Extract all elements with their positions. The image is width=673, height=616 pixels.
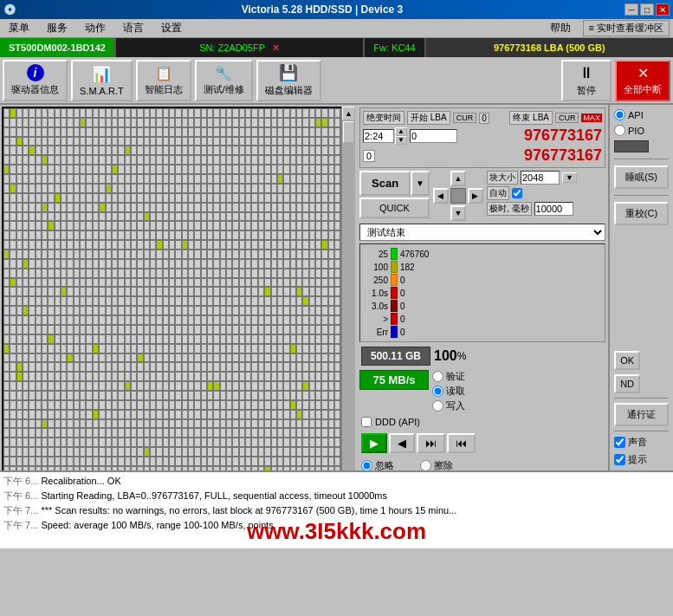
time-down[interactable]: ▼ bbox=[395, 136, 407, 145]
api-radio-label[interactable]: API bbox=[614, 109, 669, 120]
verify-radio-label[interactable]: 验证 bbox=[432, 370, 465, 383]
driver-info-button[interactable]: i 驱动器信息 bbox=[3, 60, 68, 101]
stat-row-err: Err 0 bbox=[364, 326, 601, 338]
verify-label: 验证 bbox=[446, 370, 465, 383]
auto-checkbox[interactable] bbox=[512, 188, 522, 198]
stop-all-button[interactable]: ✕ 全部中断 bbox=[615, 60, 670, 101]
stat-row-250: 250 0 bbox=[364, 274, 601, 286]
log-text-4: Speed: average 100 MB/s, range 100-100 M… bbox=[41, 520, 273, 530]
skip-start-button[interactable]: ⏮ bbox=[447, 433, 476, 453]
ok-button[interactable]: OK bbox=[614, 351, 640, 370]
pause-icon: ⏸ bbox=[579, 64, 594, 82]
diamond-down-button[interactable]: ▼ bbox=[450, 205, 466, 221]
recal-button[interactable]: 重校(C) bbox=[614, 202, 669, 225]
device-model[interactable]: ST500DM002-1BD142 bbox=[0, 38, 116, 57]
api-label: API bbox=[628, 110, 644, 120]
play-button[interactable]: ▶ bbox=[361, 433, 387, 453]
lba-section: 绝变时间 开始 LBA CUR 0 终束 LBA CUR MAX ▲ bbox=[359, 107, 605, 168]
sn-value: Z2AD05FP bbox=[218, 42, 265, 53]
ddd-checkbox[interactable] bbox=[361, 417, 372, 427]
pass-button[interactable]: 通行证 bbox=[614, 403, 669, 426]
api-radio[interactable] bbox=[614, 109, 625, 120]
scroll-thumb[interactable] bbox=[343, 121, 354, 143]
size-display: 500.11 GB bbox=[361, 347, 430, 366]
end-lba-display: 976773167 bbox=[460, 126, 602, 145]
block-size-row: 块大小 ▼ bbox=[487, 171, 605, 185]
scroll-up-arrow[interactable]: ▲ bbox=[342, 107, 355, 120]
lba-header-row: 绝变时间 开始 LBA CUR 0 终束 LBA CUR MAX bbox=[363, 111, 602, 125]
rewind-button[interactable]: ◀ bbox=[389, 433, 415, 453]
start-lba-header: 开始 LBA bbox=[407, 111, 450, 125]
app-title: Victoria 5.28 HDD/SSD | Device 3 bbox=[242, 3, 404, 16]
realtime-buffer-button[interactable]: ≡ 实时查看缓冲区 bbox=[583, 20, 670, 36]
sleep-button[interactable]: 睡眠(S) bbox=[614, 165, 669, 189]
nd-button[interactable]: ND bbox=[614, 374, 640, 393]
minimize-button[interactable]: ─ bbox=[624, 3, 638, 16]
smart-button[interactable]: 📊 S.M.A.R.T bbox=[71, 60, 133, 101]
ddd-label: DDD (API) bbox=[375, 417, 420, 427]
menu-settings[interactable]: 设置 bbox=[156, 19, 187, 37]
pio-radio-label[interactable]: PIO bbox=[614, 125, 669, 136]
log-line-4: 下午 7... Speed: average 100 MB/s, range 1… bbox=[3, 518, 670, 533]
diamond-left-button[interactable]: ◀ bbox=[433, 188, 449, 204]
fw-label: Fw: bbox=[373, 42, 389, 53]
short-input[interactable] bbox=[534, 202, 573, 216]
block-size-input[interactable] bbox=[521, 171, 560, 185]
cur-value-header: 0 bbox=[479, 113, 489, 124]
write-radio-label[interactable]: 写入 bbox=[432, 399, 465, 412]
scan-dropdown-arrow[interactable]: ▼ bbox=[411, 171, 430, 196]
sound-label[interactable]: 声音 bbox=[614, 436, 669, 449]
hint-text: 提示 bbox=[628, 453, 647, 466]
time-input[interactable] bbox=[363, 129, 394, 143]
diamond-right-button[interactable]: ▶ bbox=[468, 188, 483, 204]
pause-label: 暂停 bbox=[577, 84, 596, 97]
block-size-label: 块大小 bbox=[487, 171, 518, 185]
skip-end-button[interactable]: ⏭ bbox=[417, 433, 445, 453]
log-text-1: Recalibration... OK bbox=[41, 476, 120, 486]
log-icon: 📋 bbox=[155, 65, 172, 81]
time-input-group: ▲ ▼ bbox=[363, 127, 407, 145]
scan-button[interactable]: Scan bbox=[359, 171, 411, 196]
menu-bar: 菜单 服务 动作 语言 设置 帮助 ≡ 实时查看缓冲区 bbox=[0, 19, 673, 38]
menu-language[interactable]: 语言 bbox=[118, 19, 149, 37]
read-radio[interactable] bbox=[432, 386, 443, 397]
start-lba-input[interactable] bbox=[410, 129, 457, 143]
menu-file[interactable]: 菜单 bbox=[3, 19, 35, 37]
menu-action[interactable]: 动作 bbox=[80, 19, 111, 37]
auto-row: 自动 bbox=[487, 186, 605, 200]
pio-radio[interactable] bbox=[614, 125, 625, 136]
pio-label: PIO bbox=[628, 126, 644, 136]
hint-label[interactable]: 提示 bbox=[614, 453, 669, 466]
test-repair-button[interactable]: 🔧 测试/维修 bbox=[195, 60, 253, 101]
toolbar: i 驱动器信息 📊 S.M.A.R.T 📋 智能日志 🔧 测试/维修 💾 磁盘编… bbox=[0, 57, 673, 105]
center-area: // Will be populated by JS below ▲ ▼ bbox=[0, 105, 608, 470]
end-mode-select[interactable]: 测试结束 bbox=[359, 224, 605, 241]
verify-radio[interactable] bbox=[432, 371, 443, 382]
smart-log-button[interactable]: 📋 智能日志 bbox=[136, 60, 191, 101]
cur-header2: CUR bbox=[555, 113, 579, 123]
read-label: 读取 bbox=[446, 385, 465, 398]
scroll-track bbox=[342, 120, 355, 520]
menu-service[interactable]: 服务 bbox=[42, 19, 73, 37]
block-size-dropdown[interactable]: ▼ bbox=[562, 172, 577, 183]
hint-checkbox[interactable] bbox=[614, 454, 625, 465]
read-radio-label[interactable]: 读取 bbox=[432, 385, 465, 398]
sound-checkbox[interactable] bbox=[614, 437, 625, 448]
diamond-up-button[interactable]: ▲ bbox=[450, 171, 466, 186]
sn-close[interactable]: ✕ bbox=[272, 42, 280, 54]
pause-button[interactable]: ⏸ 暂停 bbox=[561, 60, 612, 101]
maximize-button[interactable]: □ bbox=[640, 3, 654, 16]
log-time-2: 下午 6... bbox=[3, 490, 38, 501]
tool-icon: 🔧 bbox=[215, 65, 232, 81]
time-up[interactable]: ▲ bbox=[395, 127, 407, 136]
write-radio[interactable] bbox=[432, 400, 443, 412]
close-button[interactable]: ✕ bbox=[656, 3, 670, 16]
stat-label-gt: > bbox=[364, 314, 388, 324]
disk-editor-label: 磁盘编辑器 bbox=[265, 84, 313, 97]
menu-help[interactable]: 帮助 bbox=[545, 19, 576, 37]
quick-button[interactable]: QUICK bbox=[359, 198, 430, 218]
stat-count-100: 182 bbox=[400, 263, 415, 272]
disk-editor-button[interactable]: 💾 磁盘编辑器 bbox=[256, 60, 321, 101]
info-icon: i bbox=[27, 64, 44, 81]
device-sn: SN: Z2AD05FP ✕ bbox=[116, 38, 365, 57]
